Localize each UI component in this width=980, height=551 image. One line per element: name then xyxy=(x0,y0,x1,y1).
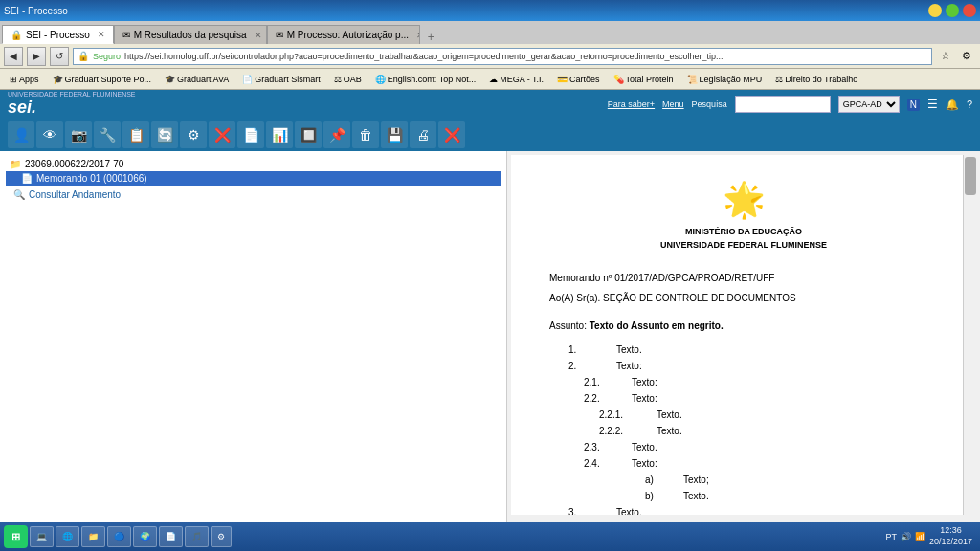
tab-sei[interactable]: 🔒 SEI - Processo ✕ xyxy=(2,25,114,44)
settings-icon[interactable]: ⚙ xyxy=(957,47,976,66)
taskbar-item-4[interactable]: 🔵 xyxy=(107,526,131,547)
bookmark-graduart-sismart[interactable]: 📄 Graduart Sismart xyxy=(236,71,326,88)
bookmark-english[interactable]: 🌐 English.com: Top Not... xyxy=(369,71,481,88)
header-icon-menu[interactable]: ☰ xyxy=(927,98,938,111)
list-item-23: 2.3. Texto. xyxy=(568,440,938,454)
tool-close[interactable]: ❌ xyxy=(438,121,465,148)
taskbar-item-8[interactable]: ⚙ xyxy=(211,526,232,547)
tool-eye[interactable]: 👁 xyxy=(36,121,63,148)
scrollbar[interactable] xyxy=(963,155,976,515)
tab-resultados[interactable]: ✉ M Resultados da pesquisa ✕ xyxy=(114,25,267,44)
search-scope-dropdown[interactable]: GPCA-AD xyxy=(838,96,900,113)
tool-camera[interactable]: 📷 xyxy=(65,121,92,148)
taskbar-item-5[interactable]: 🌍 xyxy=(133,526,157,547)
bookmark-graduart-suporte[interactable]: 🎓 Graduart Suporte Po... xyxy=(47,71,158,88)
bookmark-icon-mega: ☁ xyxy=(489,75,498,84)
bookmark-cartoes[interactable]: 💳 Cartões xyxy=(551,71,606,88)
consult-action[interactable]: 🔍 Consultar Andamento xyxy=(6,186,501,204)
bookmarks-bar: ⊞ Apps 🎓 Graduart Suporte Po... 🎓 Gradua… xyxy=(0,69,980,90)
tool-clipboard[interactable]: 📋 xyxy=(122,121,149,148)
bookmark-apps[interactable]: ⊞ Apps xyxy=(4,71,45,88)
scrollbar-thumb[interactable] xyxy=(965,157,976,195)
tab-close-icon-2[interactable]: ✕ xyxy=(255,31,262,40)
tool-gear[interactable]: ⚙ xyxy=(180,121,207,148)
title-bar: SEI - Processo xyxy=(0,0,980,21)
bookmark-mega[interactable]: ☁ MEGA - T.I. xyxy=(483,71,549,88)
secure-icon: 🔒 xyxy=(78,51,89,61)
address-bar[interactable]: 🔒 Seguro https://sei.homolog.uff.br/sei/… xyxy=(73,48,932,65)
item-text-221: Texto. xyxy=(657,408,682,422)
volume-icon: 🔊 xyxy=(901,532,911,541)
bookmark-graduart-ava[interactable]: 🎓 Graduart AVA xyxy=(159,71,234,88)
tool-x[interactable]: ❌ xyxy=(209,121,235,148)
tool-save[interactable]: 💾 xyxy=(381,121,408,148)
close-button[interactable] xyxy=(963,4,976,17)
tool-pin[interactable]: 📌 xyxy=(323,121,350,148)
start-button[interactable]: ⊞ xyxy=(4,525,28,548)
search-input[interactable] xyxy=(735,96,831,113)
bookmark-icon-cart: 💳 xyxy=(557,75,568,84)
tool-trash[interactable]: 🗑 xyxy=(352,121,379,148)
taskbar: ⊞ 💻 🌐 📁 🔵 🌍 📄 🎵 ⚙ PT 🔊 📶 12:36 20/12/201… xyxy=(0,522,980,551)
tab-close-icon[interactable]: ✕ xyxy=(98,30,105,39)
tool-doc[interactable]: 📄 xyxy=(237,121,264,148)
secure-label: Seguro xyxy=(93,52,121,61)
tab-icon-2: ✉ xyxy=(122,30,130,40)
bookmark-legislacao[interactable]: 📜 Legislação MPU xyxy=(681,71,768,88)
document-item[interactable]: 📄 Memorando 01 (0001066) xyxy=(6,171,501,186)
bookmark-label: Apps xyxy=(19,75,39,84)
bookmark-icon-gs: 🎓 xyxy=(53,75,63,84)
bookmark-icon[interactable]: ☆ xyxy=(936,47,955,66)
tool-wrench[interactable]: 🔧 xyxy=(94,121,121,148)
bookmark-icon-gsi: 📄 xyxy=(242,75,253,84)
tool-person[interactable]: 👤 xyxy=(8,121,34,148)
item-num-21: 2.1. xyxy=(584,375,612,389)
back-button[interactable]: ◀ xyxy=(4,47,23,66)
maximize-button[interactable] xyxy=(946,4,959,17)
refresh-button[interactable]: ↺ xyxy=(50,47,69,66)
item-num-222: 2.2.2. xyxy=(599,424,637,438)
taskbar-item-7[interactable]: 🎵 xyxy=(185,526,209,547)
new-tab-button[interactable]: + xyxy=(420,31,442,44)
tab-label-3: M Processo: Autorização p... xyxy=(287,30,409,40)
doc-header: 🌟 MINISTÉRIO DA EDUCAÇÃO UNIVERSIDADE FE… xyxy=(549,174,938,252)
tab-label-2: M Resultados da pesquisa xyxy=(134,30,247,40)
tool-refresh[interactable]: 🔄 xyxy=(151,121,178,148)
minimize-button[interactable] xyxy=(928,4,942,17)
bookmark-total-protein[interactable]: 💊 Total Protein xyxy=(608,71,679,88)
bookmark-oab[interactable]: ⚖ OAB xyxy=(328,71,368,88)
process-item[interactable]: 📁 23069.000622/2017-70 xyxy=(6,157,501,171)
address-text: https://sei.homolog.uff.br/sei/controlad… xyxy=(124,52,723,61)
item-num-b: b) xyxy=(645,489,664,503)
header-icon-bell[interactable]: 🔔 xyxy=(946,99,959,111)
item-text-24: Texto: xyxy=(632,456,657,471)
sei-toolbar: 👤 👁 📷 🔧 📋 🔄 ⚙ ❌ 📄 📊 🔲 📌 🗑 💾 🖨 ❌ xyxy=(0,119,980,151)
item-num-1: 1. xyxy=(568,342,597,357)
item-text-2: Texto: xyxy=(616,359,642,373)
taskbar-item-3[interactable]: 📁 xyxy=(81,526,105,547)
menu-link[interactable]: Menu xyxy=(662,99,684,109)
tool-chart[interactable]: 📊 xyxy=(266,121,293,148)
para-saber-link[interactable]: Para saber+ xyxy=(608,99,655,109)
subject-text: Texto do Assunto em negrito. xyxy=(590,320,724,331)
header-icon-n[interactable]: N xyxy=(907,99,920,111)
bookmark-label-dir: Direito do Trabalho xyxy=(785,75,858,84)
doc-memo-ref: Memorando nº 01/2017/AD/GPCA/PROAD/RET/U… xyxy=(549,271,938,285)
forward-button[interactable]: ▶ xyxy=(27,47,46,66)
list-item-b: b) Texto. xyxy=(568,489,938,503)
taskbar-item-1[interactable]: 💻 xyxy=(30,526,54,547)
taskbar-item-2[interactable]: 🌐 xyxy=(56,526,79,547)
header-icon-help[interactable]: ? xyxy=(967,99,972,110)
tool-print[interactable]: 🖨 xyxy=(410,121,436,148)
taskbar-item-6[interactable]: 📄 xyxy=(159,526,183,547)
bookmark-icon-tp: 💊 xyxy=(613,75,624,84)
tool-grid[interactable]: 🔲 xyxy=(295,121,322,148)
bookmark-label-gsi: Graduart Sismart xyxy=(255,75,321,84)
bookmark-direito[interactable]: ⚖ Direito do Trabalho xyxy=(769,71,863,88)
to-text: Ao(A) Sr(a). SEÇÃO DE CONTROLE DE DOCUME… xyxy=(549,293,796,303)
tab-processo[interactable]: ✉ M Processo: Autorização p... ✕ xyxy=(267,25,420,44)
item-text-3: Texto. xyxy=(616,505,642,515)
list-item-222: 2.2.2. Texto. xyxy=(568,424,938,438)
bookmark-label-cart: Cartões xyxy=(569,75,600,84)
item-num-a: a) xyxy=(645,473,664,487)
